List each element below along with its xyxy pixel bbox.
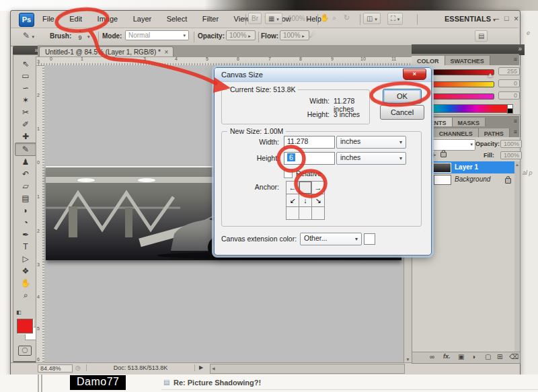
green-value[interactable]: 0 <box>498 79 520 87</box>
rotate-view-icon[interactable]: ↻ <box>344 13 350 22</box>
blue-value[interactable]: 0 <box>498 91 520 100</box>
extension-color-select[interactable]: Other...▾ <box>300 233 362 245</box>
document-close-icon[interactable]: × <box>164 48 168 56</box>
foreground-color-swatch[interactable] <box>17 319 33 334</box>
brush-dropdown-icon[interactable]: ▾ <box>87 34 90 40</box>
layer-name[interactable]: Layer 1 <box>455 163 478 171</box>
flow-field[interactable]: 100% ▸ <box>280 30 309 40</box>
zoom-level-control[interactable]: 100% ▾ <box>288 15 309 22</box>
anchor-cell-selected[interactable] <box>299 181 312 194</box>
healing-brush-tool[interactable]: ✚ <box>15 130 36 143</box>
tab-color[interactable]: COLOR <box>412 56 445 66</box>
scroll-left-icon[interactable]: ◀ <box>212 365 215 373</box>
zoom-tool-icon[interactable]: ⌕ <box>332 13 336 22</box>
dialog-close-button[interactable]: × <box>403 69 426 80</box>
lock-all-icon[interactable] <box>440 152 447 157</box>
green-slider[interactable] <box>426 81 494 87</box>
panel-menu-icon[interactable]: ≡ <box>514 128 517 135</box>
lasso-tool[interactable]: ∽ <box>15 82 36 94</box>
ramp-black-swatch[interactable] <box>507 108 513 114</box>
airbrush-icon[interactable]: ☄ <box>309 31 316 40</box>
forum-username[interactable]: Damo77 <box>70 375 126 390</box>
workspace-switcher[interactable]: ESSENTIALS ▾ <box>445 15 496 23</box>
layer-thumbnail[interactable] <box>432 163 451 173</box>
anchor-cell-empty[interactable] <box>299 206 312 220</box>
window-close-button[interactable]: × <box>514 14 518 24</box>
quick-mask-icon[interactable]: ◯ <box>18 346 32 356</box>
anchor-cell-down[interactable]: ↓ <box>299 194 312 207</box>
layer-fill-field[interactable]: 100% <box>500 151 522 159</box>
status-popup-icon[interactable]: ▶ <box>199 364 203 370</box>
anchor-cell-empty[interactable] <box>311 206 325 220</box>
layers-scrollbar[interactable]: ▲ ▼ <box>514 161 520 359</box>
magic-wand-tool[interactable]: ✶ <box>15 94 36 106</box>
menu-edit[interactable]: Edit <box>63 13 88 25</box>
anchor-cell-left[interactable]: ← <box>286 181 299 194</box>
eraser-tool[interactable]: ▱ <box>15 180 36 192</box>
opacity-field[interactable]: 100% ▸ <box>226 30 256 40</box>
pen-tool[interactable]: ✒ <box>15 229 36 241</box>
menu-image[interactable]: Image <box>91 13 124 25</box>
gradient-tool[interactable]: ▤ <box>15 192 36 204</box>
zoom-tool[interactable]: ⌕ <box>15 289 36 301</box>
menu-filter[interactable]: Filter <box>196 13 225 25</box>
anchor-cell-empty[interactable] <box>286 206 299 220</box>
hand-tool[interactable]: ✋ <box>15 277 36 289</box>
tab-swatches[interactable]: SWATCHES <box>445 56 490 66</box>
maximize-button[interactable]: □ <box>504 14 509 22</box>
marquee-tool[interactable]: ▭ <box>15 70 36 82</box>
view-extras-icon[interactable]: ▦ ▾ <box>265 13 282 24</box>
minimize-button[interactable]: – <box>495 14 499 22</box>
hand-tool-icon[interactable]: ✋ <box>320 13 330 22</box>
width-unit-select[interactable]: inches▾ <box>336 136 406 149</box>
default-colors-icon[interactable]: ◧ <box>16 309 22 315</box>
new-width-input[interactable]: 11.278 <box>284 136 335 149</box>
menu-select[interactable]: Select <box>161 13 194 25</box>
height-unit-select[interactable]: inches▾ <box>336 152 406 165</box>
dialog-titlebar[interactable]: Canvas Size <box>215 68 431 82</box>
history-brush-tool[interactable]: ↶ <box>15 168 36 180</box>
new-layer-icon[interactable]: ⊞ <box>497 353 502 360</box>
forum-thread-title[interactable]: Re: Picture Shadowing?! <box>174 379 261 387</box>
photoshop-logo[interactable]: Ps <box>19 13 34 27</box>
new-height-input[interactable]: 6 <box>284 152 335 165</box>
path-select-tool[interactable]: ▷ <box>15 253 36 265</box>
panel-toggle-icon[interactable]: ▤ <box>475 30 488 42</box>
canvas-horizontal-scrollbar[interactable]: ◀ <box>210 364 405 374</box>
red-slider[interactable] <box>426 69 494 75</box>
type-tool[interactable]: T <box>15 241 36 253</box>
brush-preview[interactable]: •9 <box>75 29 85 41</box>
extension-color-swatch[interactable] <box>364 233 375 245</box>
panel-menu-icon[interactable]: ≡ <box>514 56 517 63</box>
new-group-icon[interactable]: ▢ <box>485 353 491 360</box>
red-value[interactable]: 255 <box>498 67 520 75</box>
menu-file[interactable]: File <box>36 13 61 25</box>
bridge-icon[interactable]: Br <box>248 13 262 24</box>
arrange-documents-icon[interactable]: ◫ ▾ <box>363 13 381 24</box>
menu-layer[interactable]: Layer <box>127 13 158 25</box>
relative-checkbox[interactable] <box>284 169 293 178</box>
delete-layer-icon[interactable]: ⌫ <box>509 353 518 360</box>
clone-stamp-tool[interactable]: ♟ <box>15 156 36 168</box>
layer-name[interactable]: Background <box>455 175 490 183</box>
scroll-up-icon[interactable]: ▲ <box>514 161 520 169</box>
panel-menu-icon[interactable]: ≡ <box>514 118 517 124</box>
crop-tool[interactable]: ✂ <box>15 106 36 118</box>
layer-opacity-field[interactable]: 100% <box>500 140 522 148</box>
adjustment-layer-icon[interactable]: ◑ <box>471 353 475 360</box>
zoom-percentage-field[interactable]: 84.48% <box>38 364 73 373</box>
ok-button[interactable]: OK <box>383 89 422 104</box>
anchor-cell-down-right[interactable]: ↘ <box>311 194 325 207</box>
layer-style-icon[interactable]: fx. <box>443 353 451 360</box>
red-slider-handle[interactable] <box>488 73 493 77</box>
anchor-cell-right[interactable]: → <box>311 181 325 194</box>
cancel-button[interactable]: Cancel <box>380 105 424 120</box>
brush-tool[interactable]: ✎ <box>15 143 36 156</box>
mode-select[interactable]: Normal▾ <box>125 30 189 40</box>
blur-tool[interactable]: ◗ <box>15 204 36 217</box>
anchor-cell-down-left[interactable]: ↙ <box>286 194 299 207</box>
eyedropper-tool[interactable]: ✐ <box>15 118 36 130</box>
move-tool[interactable]: ⇖ <box>15 58 36 70</box>
blue-slider[interactable] <box>426 93 494 100</box>
screen-mode-icon[interactable]: ⛶ ▾ <box>387 13 403 25</box>
